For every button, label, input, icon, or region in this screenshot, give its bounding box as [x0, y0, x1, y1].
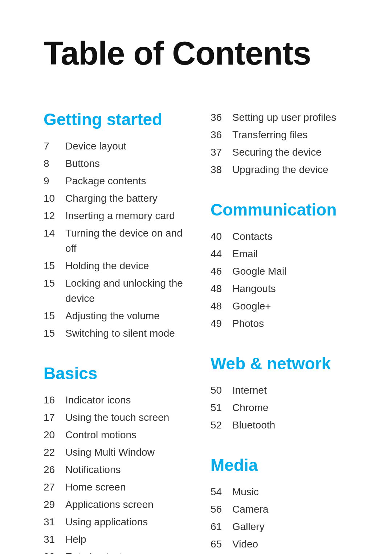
- list-item: 15 Holding the device: [44, 258, 189, 274]
- toc-number: 48: [211, 281, 232, 296]
- list-item: 22 Using Multi Window: [44, 445, 189, 460]
- list-item: 46 Google Mail: [211, 264, 356, 279]
- toc-text: Internet: [232, 383, 267, 398]
- toc-text: Charging the battery: [65, 191, 158, 206]
- toc-text: Package contents: [65, 173, 146, 189]
- toc-number: 49: [211, 316, 232, 331]
- toc-number: 48: [211, 299, 232, 314]
- list-item: 29 Applications screen: [44, 497, 189, 512]
- section-right-top: 36 Setting up user profiles 36 Transferr…: [211, 110, 356, 177]
- list-item: 7 Device layout: [44, 139, 189, 154]
- toc-number: 10: [44, 191, 65, 206]
- toc-number: 36: [211, 110, 232, 125]
- list-item: 52 Bluetooth: [211, 418, 356, 433]
- toc-text: Bluetooth: [232, 418, 275, 433]
- toc-number: 61: [211, 519, 232, 534]
- list-item: 50 Internet: [211, 383, 356, 398]
- list-item: 12 Inserting a memory card: [44, 208, 189, 223]
- list-item: 32 Entering text: [44, 549, 189, 554]
- list-item: 20 Control motions: [44, 427, 189, 443]
- toc-number: 15: [44, 326, 65, 341]
- getting-started-list: 7 Device layout 8 Buttons 9 Package cont…: [44, 139, 189, 341]
- toc-text: Using the touch screen: [65, 410, 169, 425]
- toc-text: Entering text: [65, 549, 122, 554]
- toc-text: Holding the device: [65, 258, 149, 274]
- toc-text: Indicator icons: [65, 393, 131, 408]
- list-item: 40 Contacts: [211, 229, 356, 244]
- section-title-web-network: Web & network: [211, 351, 356, 376]
- section-title-getting-started: Getting started: [44, 107, 189, 132]
- toc-text: Contacts: [232, 229, 273, 244]
- section-getting-started: Getting started 7 Device layout 8 Button…: [44, 107, 189, 341]
- toc-number: 26: [44, 462, 65, 477]
- toc-text: Securing the device: [232, 145, 322, 160]
- toc-number: 22: [44, 445, 65, 460]
- list-item: 16 Indicator icons: [44, 393, 189, 408]
- toc-text: Buttons: [65, 156, 100, 171]
- web-network-list: 50 Internet 51 Chrome 52 Bluetooth: [211, 383, 356, 433]
- toc-text: Locking and unlocking the device: [65, 276, 189, 306]
- toc-text: Using Multi Window: [65, 445, 155, 460]
- section-title-basics: Basics: [44, 361, 189, 386]
- toc-number: 40: [211, 229, 232, 244]
- toc-number: 50: [211, 383, 232, 398]
- toc-text: Gallery: [232, 519, 265, 534]
- toc-text: Google Mail: [232, 264, 286, 279]
- toc-text: Photos: [232, 316, 264, 331]
- toc-text: Inserting a memory card: [65, 208, 175, 223]
- page-title: Table of Contents: [44, 29, 356, 78]
- toc-number: 54: [211, 484, 232, 500]
- list-item: 26 Notifications: [44, 462, 189, 477]
- media-list: 54 Music 56 Camera 61 Gallery 65 Video 6…: [211, 484, 356, 554]
- toc-number: 27: [44, 480, 65, 495]
- toc-text: Email: [232, 246, 258, 262]
- list-item: 36 Transferring files: [211, 127, 356, 143]
- list-item: 61 Gallery: [211, 519, 356, 534]
- list-item: 48 Google+: [211, 299, 356, 314]
- toc-number: 38: [211, 162, 232, 177]
- toc-number: 7: [44, 139, 65, 154]
- basics-list: 16 Indicator icons 17 Using the touch sc…: [44, 393, 189, 554]
- toc-number: 17: [44, 410, 65, 425]
- toc-text: Switching to silent mode: [65, 326, 175, 341]
- toc-number: 29: [44, 497, 65, 512]
- list-item: 31 Using applications: [44, 514, 189, 530]
- toc-text: Google+: [232, 299, 271, 314]
- list-item: 48 Hangouts: [211, 281, 356, 296]
- toc-number: 56: [211, 502, 232, 517]
- list-item: 10 Charging the battery: [44, 191, 189, 206]
- toc-text: Using applications: [65, 514, 148, 530]
- section-title-communication: Communication: [211, 197, 356, 222]
- toc-text: Device layout: [65, 139, 126, 154]
- list-item: 49 Photos: [211, 316, 356, 331]
- toc-number: 15: [44, 276, 65, 291]
- toc-number: 46: [211, 264, 232, 279]
- section-media: Media 54 Music 56 Camera 61 Gallery 65 V…: [211, 453, 356, 554]
- list-item: 17 Using the touch screen: [44, 410, 189, 425]
- section-title-media: Media: [211, 453, 356, 478]
- toc-number: 31: [44, 514, 65, 530]
- communication-list: 40 Contacts 44 Email 46 Google Mail 48 H…: [211, 229, 356, 331]
- toc-text: Help: [65, 532, 86, 547]
- toc-text: Adjusting the volume: [65, 308, 160, 324]
- toc-number: 9: [44, 173, 65, 189]
- toc-number: 51: [211, 400, 232, 415]
- toc-number: 52: [211, 418, 232, 433]
- toc-text: Music: [232, 484, 259, 500]
- toc-number: 36: [211, 127, 232, 143]
- toc-text: Home screen: [65, 480, 126, 495]
- toc-text: Applications screen: [65, 497, 154, 512]
- toc-text: Upgrading the device: [232, 162, 328, 177]
- list-item: 14 Turning the device on and off: [44, 226, 189, 256]
- toc-number: 14: [44, 226, 65, 241]
- toc-number: 44: [211, 246, 232, 262]
- list-item: 56 Camera: [211, 502, 356, 517]
- toc-number: 31: [44, 532, 65, 547]
- list-item: 44 Email: [211, 246, 356, 262]
- section-web-network: Web & network 50 Internet 51 Chrome 52 B…: [211, 351, 356, 433]
- toc-text: Turning the device on and off: [65, 226, 189, 256]
- list-item: 36 Setting up user profiles: [211, 110, 356, 125]
- list-item: 15 Adjusting the volume: [44, 308, 189, 324]
- toc-number: 20: [44, 427, 65, 443]
- toc-number: 32: [44, 549, 65, 554]
